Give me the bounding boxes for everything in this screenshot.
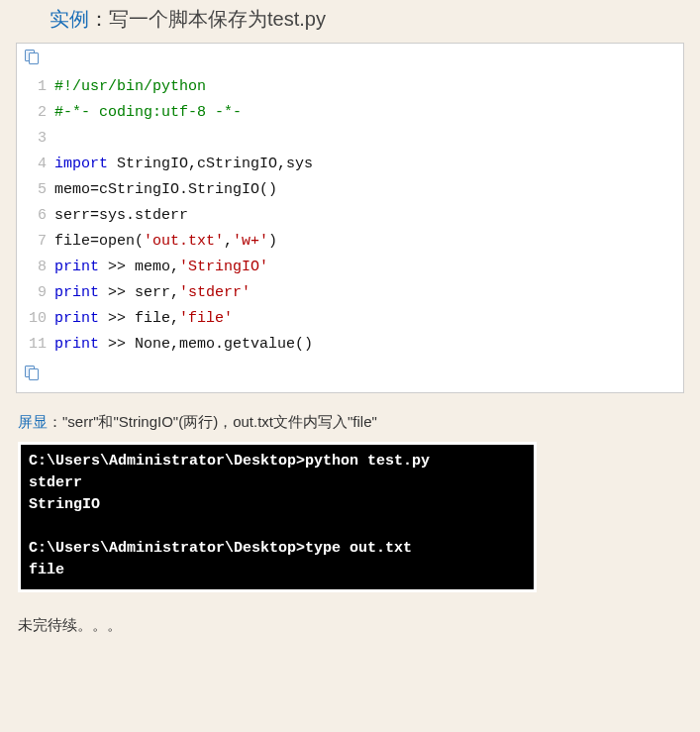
- copy-icon[interactable]: [25, 366, 41, 381]
- code-line: print >> serr,'stderr': [54, 280, 313, 306]
- line-number: 4: [27, 152, 47, 177]
- line-number: 2: [27, 100, 47, 126]
- header-separator: ：: [89, 8, 109, 30]
- code-line: serr=sys.stderr: [54, 203, 313, 229]
- terminal-line: StringIO: [29, 494, 526, 516]
- code-line: print >> file,'file': [54, 306, 313, 332]
- line-number: 11: [27, 332, 47, 358]
- code-lines: #!/usr/bin/python#-*- coding:utf-8 -*- i…: [54, 74, 323, 358]
- line-number: 6: [27, 203, 47, 229]
- code-line: file=open('out.txt','w+'): [54, 229, 313, 255]
- terminal-line: C:\Users\Administrator\Desktop>type out.…: [29, 538, 526, 560]
- line-number: 3: [27, 126, 47, 152]
- code-body: 1234567891011 #!/usr/bin/python#-*- codi…: [17, 70, 683, 362]
- code-line: memo=cStringIO.StringIO(): [54, 177, 313, 203]
- header-title: 写一个脚本保存为test.py: [109, 8, 326, 30]
- header-label: 实例: [50, 8, 89, 30]
- code-line: #!/usr/bin/python: [54, 74, 313, 100]
- terminal-line: C:\Users\Administrator\Desktop>python te…: [29, 451, 526, 472]
- code-line: import StringIO,cStringIO,sys: [54, 152, 313, 177]
- example-header: 实例：写一个脚本保存为test.py: [0, 0, 700, 43]
- code-tools-bottom: [17, 362, 683, 392]
- line-number: 9: [27, 280, 47, 306]
- copy-icon[interactable]: [25, 50, 41, 65]
- code-line: [54, 126, 313, 152]
- code-gutter: 1234567891011: [17, 74, 54, 358]
- code-tools-top: [17, 44, 683, 70]
- code-block: 1234567891011 #!/usr/bin/python#-*- codi…: [16, 43, 684, 393]
- code-line: print >> None,memo.getvalue(): [54, 332, 313, 358]
- line-number: 5: [27, 177, 47, 203]
- line-number: 1: [27, 74, 47, 100]
- output-text: "serr"和"StringIO"(两行)，out.txt文件内写入"file": [62, 413, 377, 430]
- terminal-line: stderr: [29, 472, 526, 494]
- code-line: print >> memo,'StringIO': [54, 255, 313, 280]
- line-number: 10: [27, 306, 47, 332]
- output-separator: ：: [48, 413, 62, 430]
- output-label: 屏显: [18, 413, 48, 430]
- line-number: 7: [27, 229, 47, 255]
- output-caption: 屏显："serr"和"StringIO"(两行)，out.txt文件内写入"fi…: [0, 409, 700, 442]
- line-number: 8: [27, 255, 47, 280]
- footnote: 未完待续。。。: [0, 602, 700, 649]
- code-line: #-*- coding:utf-8 -*-: [54, 100, 313, 126]
- terminal-line: [29, 516, 526, 538]
- terminal-output: C:\Users\Administrator\Desktop>python te…: [18, 442, 537, 592]
- terminal-line: file: [29, 560, 526, 581]
